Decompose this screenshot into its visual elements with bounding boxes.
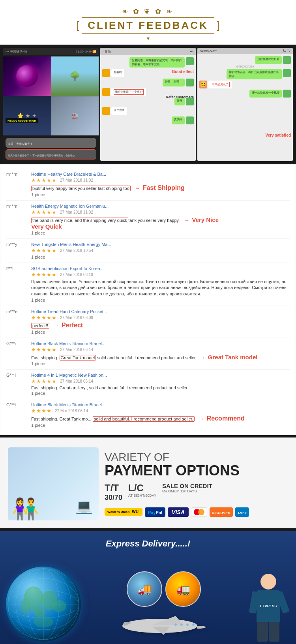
ornament-top: ❧ ✿ ❦ ✿ ❧ [0,7,296,16]
chat3-msg-1: 这款颜色比较好看 [199,56,291,64]
paypal-logo: PayPal [145,507,165,517]
review-stars-4: ★★★★★ [31,272,57,278]
review-row-2: m***n Health Energy Magnetic Ion Germani… [6,201,290,239]
review-stars-2: ★★★★★ [31,209,57,215]
chat-box-3: G4905424278 📞 🔍 这款颜色比较好看 G4905424279 你们销… [197,48,293,161]
client-feedback-title: CLIENT FEEDBACK [82,17,214,34]
review-pieces-4: 1 piece [31,298,290,302]
review-pieces-8: 1 piece [31,423,290,428]
svg-point-9 [34,607,45,617]
happy-cooperation-label: Happy cooperation [6,118,38,123]
payment-type-lc: L/C AT SIGHT/90DAY [128,483,156,498]
chat-screenshots-section: ••• 中国移动 4G 21:30 34% 📶 🌳 ⭐ ★ ✦ 🏭 Happy … [0,45,296,164]
review-date-7: 27 Mar 2018 06:14 [60,379,93,383]
payment-section: 👫 💻 VARIETY OF PAYMENT OPTIONS T/T 30/70… [0,437,296,528]
review-pieces-3: 1 piece [31,255,290,259]
review-row-7: G***i Hottime 4 in 1 Magnetic New Fashio… [6,370,290,399]
delivery-globe [6,567,81,642]
review-stars-7: ★★★★★ [31,378,57,384]
review-row-5: m***e Hottime Tread Hand Catenary Pocket… [6,306,290,338]
western-union-logo: Western Union WU [105,508,142,516]
review-stars-8: ★★★★ [31,408,52,414]
review-text-5: perfect!! → Perfect [31,322,290,329]
plane-svg [120,612,207,640]
delivery-plane-container: 🚚 🚛 [85,571,243,642]
review-product-6: Hottime Black Men's Titanium Bracel... [31,341,290,346]
review-date-4: 27 Mar 2018 08:19 [60,272,93,277]
review-user-1: m***n [6,172,28,176]
very-satisfied-label: Very satisfied [266,133,291,137]
review-text-2: the band is very nice, and the shipping … [31,216,290,230]
wechat-msg-in-2: 我给你推荐了一个客户 [102,88,194,96]
svg-point-14 [174,623,177,626]
amex-logo: AMEX [235,507,249,517]
review-row-6: G***i Hottime Black Men's Titanium Brace… [6,338,290,370]
chat-img-night: ⭐ ★ ✦ [3,96,51,136]
chat3-timestamp: G4905424279 [199,65,291,68]
review-row-4: l***l SGS authentication Export to Korea… [6,263,290,306]
review-product-1: Hottime Healthy Care Bracelets & Ba... [31,172,290,176]
review-text-8: Fast shipping. Great Tank mo... solid an… [31,415,290,422]
chat2-back: ‹ 青岛 [103,49,111,54]
chat3-icons: 📞 🔍 [283,49,290,53]
review-text-6: Fast shipping. Great Tank model solid an… [31,354,290,360]
delivery-title-container: Express Delivery.....! [6,539,290,549]
wechat-msg-out-1: 生窗间道，最谢谢你们的安装，辛师傅们的安装，结果非常完美。 [102,57,194,68]
payment-text-content: VARIETY OF PAYMENT OPTIONS T/T 30/70 L/C… [105,451,288,517]
delivery-title: Express Delivery.....! [106,539,190,548]
review-date-1: 27 Mar 2018 11:02 [60,178,93,182]
plane-container [118,610,209,642]
review-product-5: Hottime Tread Hand Catenary Pocket... [31,309,290,314]
wechat-msg-in-3: 这个投资 [102,107,194,115]
review-pieces-1: 1 piece [31,192,290,197]
chat-chinese-text-1: 今天一天就安装完了！ [8,143,36,145]
chat-box-1: ••• 中国移动 4G 21:30 34% 📶 🌳 ⭐ ★ ✦ 🏭 Happy … [3,48,99,161]
visa-logo: VISA [168,507,189,517]
reviews-section: m***n Hottime Healthy Care Bracelets & B… [0,164,296,435]
review-stars-5: ★★★★★ [31,315,57,321]
delivery-section: Express Delivery.....! [0,531,296,644]
review-pieces-5: 1 piece [31,330,290,334]
review-pieces-7: 1 piece [31,391,290,396]
review-product-8: Hottime Black Men's Titanium Bracel... [31,402,290,407]
delivery-visuals-row: 🚚 🚛 [6,555,290,642]
wechat-msg-out-2: 好看！ 好看！ [102,79,194,86]
review-stars-3: ★★★★★ [31,248,57,253]
review-text-7: Fast shipping. Great artillery , solid a… [31,385,290,390]
payment-type-credit: SALE ON CREDIT MAXIMUM 120 DAYS [162,483,212,493]
review-user-4: l***l [6,266,28,271]
review-text-1: biutiful very happy tank you seller fast… [31,184,290,192]
review-date-6: 27 Mar 2018 06:14 [60,347,93,352]
chat3-status: G4905424278 [200,50,217,53]
delivery-man-container: EXPRESS [247,555,290,642]
chat3-msg-in: 😊 非常的满意了 [199,81,291,88]
review-date-2: 27 Mar 2018 11:02 [60,210,93,214]
chat-img-landscape: 🌳 [51,56,99,96]
refer-customers-label: Refer customers [166,95,194,99]
chat-box-2: ‹ 青岛 ••• 生窗间道，最谢谢你们的安装，辛师傅们的安装，结果非常完美。 好… [100,48,196,161]
chat2-options: ••• [190,50,193,53]
svg-point-11 [52,600,66,612]
review-pieces-2: 1 piece [31,231,290,235]
laptop-icon: 💻 [75,498,93,514]
review-product-3: New Tungsten Men's Health Energy Ma... [31,242,290,247]
payment-options-text: PAYMENT OPTIONS [105,464,288,478]
wechat-msg-out-4: 真的吗 [102,116,194,124]
review-user-6: G***i [6,341,28,346]
svg-point-17 [192,623,195,626]
review-user-2: m***n [6,204,28,208]
mastercard-logo [191,507,207,517]
svg-point-15 [180,623,183,626]
chat-chinese-text-2: 好几个推导机器中了！ 下一步还得有两三个继续安装，合作愉快 [8,154,75,157]
payment-type-tt: T/T 30/70 [105,483,122,502]
ornament-bottom: ▾ [0,35,296,41]
chat3-msg-2: 你们销售员说，有什么问题你就直接联系我讲 [199,69,291,79]
review-user-7: G***i [6,373,28,377]
review-user-5: m***e [6,309,28,314]
chat-img-industrial: 🏭 [51,96,99,136]
review-product-4: SGS authentication Export to Korea... [31,266,290,271]
variety-of-text: VARIETY OF [105,451,288,464]
review-user-3: m***y [6,242,28,247]
discover-logo: DISCOVER [210,507,233,517]
svg-point-16 [186,623,189,626]
